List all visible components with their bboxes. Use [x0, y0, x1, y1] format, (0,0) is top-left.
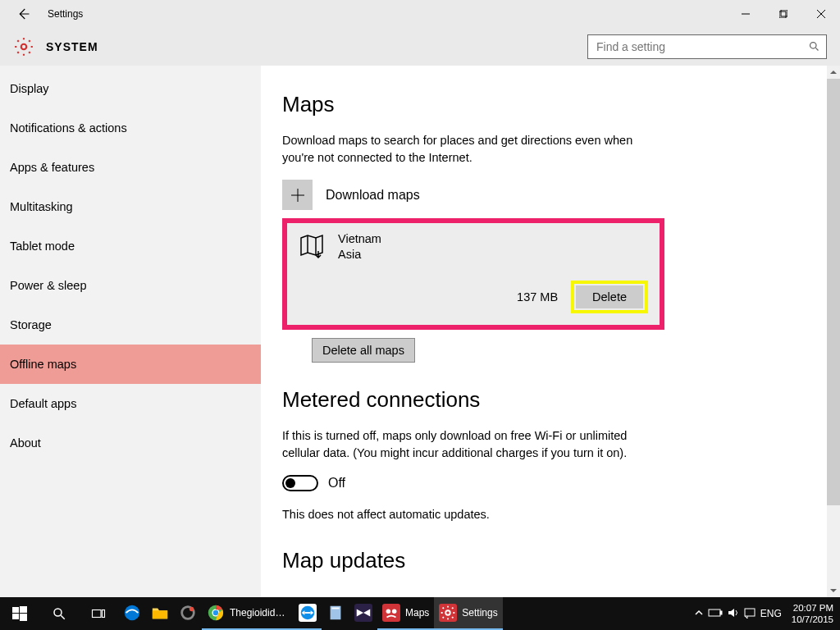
- bowtie-icon: [354, 604, 372, 622]
- taskbar-explorer[interactable]: [146, 597, 174, 630]
- map-icon: [299, 233, 325, 259]
- metered-heading: Metered connections: [282, 387, 840, 413]
- taskbar-settings[interactable]: Settings: [434, 597, 502, 630]
- search-icon[interactable]: [801, 34, 826, 59]
- svg-rect-36: [745, 609, 755, 616]
- scroll-down-icon[interactable]: [827, 584, 840, 597]
- taskbar-app3[interactable]: [322, 597, 349, 630]
- back-button[interactable]: [0, 0, 46, 27]
- svg-rect-1: [779, 11, 786, 18]
- search-input[interactable]: [588, 40, 801, 53]
- svg-line-7: [815, 48, 818, 50]
- taskbar-label: Maps: [405, 607, 429, 619]
- delete-highlight: Delete: [571, 281, 648, 313]
- delete-all-button[interactable]: Delete all maps: [312, 338, 415, 363]
- search-box[interactable]: [587, 34, 827, 59]
- settings-window: Settings SYSTEM Display Notifications & …: [0, 0, 840, 597]
- maps-heading: Maps: [282, 92, 840, 117]
- search-task-button[interactable]: [39, 597, 79, 630]
- map-size: 137 MB: [517, 290, 558, 304]
- window-title: Settings: [46, 8, 83, 20]
- svg-rect-21: [153, 610, 167, 619]
- chrome-icon: [207, 604, 225, 622]
- clock[interactable]: 20:07 PM 10/7/2015: [785, 602, 840, 626]
- start-button[interactable]: [0, 597, 39, 630]
- taskbar-label: Thegioididon...: [230, 607, 289, 619]
- scrollbar[interactable]: [827, 66, 840, 597]
- circle-icon: [179, 604, 197, 622]
- maximize-button[interactable]: [765, 0, 802, 27]
- taskbar-teamviewer[interactable]: [294, 597, 322, 630]
- sidebar-item-notifications[interactable]: Notifications & actions: [0, 108, 261, 148]
- sidebar-item-about[interactable]: About: [0, 423, 261, 463]
- taskbar-maps[interactable]: Maps: [377, 597, 434, 630]
- svg-rect-14: [12, 614, 19, 619]
- minimize-button[interactable]: [727, 0, 765, 27]
- sidebar-item-apps[interactable]: Apps & features: [0, 148, 261, 187]
- settings-icon: [439, 604, 457, 622]
- delete-button[interactable]: Delete: [576, 285, 643, 308]
- close-button[interactable]: [802, 0, 840, 27]
- sidebar-item-storage[interactable]: Storage: [0, 305, 261, 345]
- sidebar: Display Notifications & actions Apps & f…: [0, 66, 261, 597]
- taskbar: Thegioididon... Maps Settings ENG 20:07 …: [0, 597, 840, 630]
- toggle-state: Off: [328, 476, 345, 491]
- svg-line-17: [61, 615, 65, 619]
- date: 10/7/2015: [792, 614, 833, 625]
- svg-rect-12: [12, 607, 19, 613]
- task-view-button[interactable]: [79, 597, 118, 630]
- svg-rect-13: [20, 606, 27, 613]
- svg-point-33: [446, 610, 451, 615]
- section-label: SYSTEM: [46, 40, 98, 53]
- svg-rect-30: [331, 608, 339, 609]
- svg-rect-28: [304, 612, 310, 614]
- svg-rect-35: [720, 611, 722, 614]
- maps-desc: Download maps to search for places and g…: [282, 132, 660, 167]
- volume-icon[interactable]: [728, 607, 739, 621]
- svg-point-26: [213, 610, 218, 615]
- folder-icon: [151, 604, 169, 622]
- scroll-thumb[interactable]: [827, 79, 840, 505]
- doc-icon: [326, 604, 345, 622]
- sidebar-item-offline-maps[interactable]: Offline maps: [0, 345, 261, 384]
- sidebar-item-display[interactable]: Display: [0, 69, 261, 108]
- edge-icon: [123, 604, 141, 622]
- taskbar-app4[interactable]: [349, 597, 377, 630]
- svg-point-23: [189, 607, 194, 612]
- taskbar-edge[interactable]: [118, 597, 146, 630]
- map-card[interactable]: Vietnam Asia 137 MB Delete: [282, 218, 664, 330]
- teamviewer-icon: [299, 604, 317, 622]
- svg-point-5: [21, 43, 27, 49]
- taskbar-chrome[interactable]: Thegioididon...: [202, 597, 294, 630]
- taskbar-label: Settings: [462, 607, 497, 619]
- sidebar-item-multitasking[interactable]: Multitasking: [0, 187, 261, 226]
- svg-rect-2: [781, 10, 788, 16]
- chevron-up-icon[interactable]: [695, 608, 703, 619]
- sidebar-item-power[interactable]: Power & sleep: [0, 266, 261, 305]
- titlebar: Settings: [0, 0, 840, 27]
- metered-toggle[interactable]: [282, 475, 318, 491]
- download-maps-button[interactable]: Download maps: [282, 180, 840, 210]
- svg-rect-19: [103, 610, 105, 618]
- taskbar-app1[interactable]: [174, 597, 202, 630]
- svg-point-6: [810, 43, 816, 49]
- svg-rect-15: [20, 614, 27, 621]
- metered-note: This does not affect automatic updates.: [282, 506, 660, 523]
- download-label: Download maps: [326, 188, 420, 203]
- system-tray[interactable]: ENG: [692, 597, 785, 630]
- plus-icon: [282, 180, 313, 210]
- gear-icon: [13, 36, 34, 57]
- battery-icon[interactable]: [708, 608, 723, 620]
- map-region: Asia: [338, 247, 381, 262]
- lang-indicator[interactable]: ENG: [760, 608, 782, 619]
- svg-point-31: [386, 609, 391, 614]
- notifications-icon[interactable]: [744, 607, 756, 621]
- metered-desc: If this is turned off, maps only downloa…: [282, 427, 660, 462]
- sidebar-item-default-apps[interactable]: Default apps: [0, 384, 261, 423]
- svg-rect-18: [93, 610, 102, 618]
- svg-rect-34: [709, 609, 720, 616]
- scroll-up-icon[interactable]: [827, 66, 840, 79]
- svg-point-32: [392, 609, 397, 614]
- sidebar-item-tablet[interactable]: Tablet mode: [0, 226, 261, 266]
- header: SYSTEM: [0, 27, 840, 66]
